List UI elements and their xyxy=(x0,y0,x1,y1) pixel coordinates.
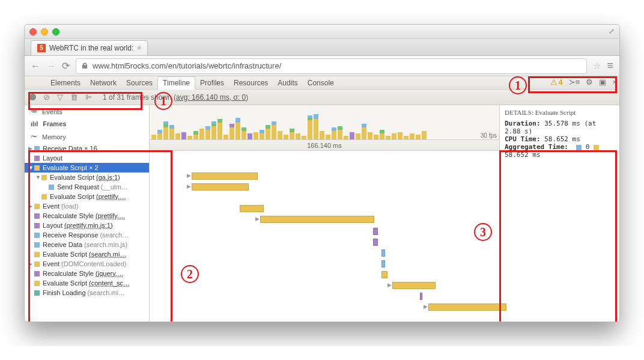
cputime-label: CPU Time: xyxy=(505,135,541,143)
record-list[interactable]: ▶Receive Data × 16Layout▼Evaluate Script… xyxy=(25,144,149,322)
overview-bar xyxy=(211,121,216,139)
record-color-chip xyxy=(34,271,40,276)
devtools-tab-resources[interactable]: Resources xyxy=(229,77,273,89)
flame-disclosure-icon[interactable]: ▶ xyxy=(255,216,260,222)
overview-bar xyxy=(229,124,234,139)
bookmark-icon[interactable]: ☆ xyxy=(593,61,601,72)
minimize-window-icon[interactable] xyxy=(41,28,48,35)
record-row[interactable]: ▼Evaluate Script × 2 xyxy=(25,163,149,172)
devtools-tabbar: ElementsNetworkSourcesTimelineProfilesRe… xyxy=(25,76,619,90)
flame-segment[interactable] xyxy=(392,282,436,289)
record-row[interactable]: Evaluate Script (prettify.… xyxy=(25,192,149,201)
record-row[interactable]: ▶Receive Data × 16 xyxy=(25,144,149,153)
overview-bar xyxy=(398,132,402,139)
record-color-chip xyxy=(34,261,40,267)
flame-chart[interactable]: ▶▶▶▶▶ xyxy=(150,151,499,322)
clear-icon[interactable]: ⊘ xyxy=(43,93,50,102)
garbage-icon[interactable]: 🗑 xyxy=(70,93,78,102)
overview-bar xyxy=(248,133,252,139)
close-devtools-icon[interactable]: × xyxy=(612,78,617,87)
flame-segment[interactable] xyxy=(428,304,506,311)
flame-segment[interactable] xyxy=(192,172,258,180)
filter-icon[interactable]: ▽ xyxy=(57,93,63,102)
back-icon[interactable]: ← xyxy=(31,61,40,72)
record-text: Event (DOMContentLoaded) xyxy=(43,260,126,267)
overview-chart[interactable]: 30 fps xyxy=(150,105,499,140)
record-color-chip xyxy=(34,156,40,161)
flame-segment[interactable] xyxy=(381,249,385,257)
overview-bar xyxy=(193,131,198,139)
overview-bar xyxy=(326,135,330,139)
overview-bar xyxy=(163,121,168,139)
devtools-tab-timeline[interactable]: Timeline xyxy=(157,76,195,90)
record-row[interactable]: Evaluate Script (content_sc… xyxy=(25,278,149,288)
browser-tab[interactable]: 5 WebRTC in the real world: × xyxy=(31,40,148,55)
record-row[interactable]: Layout xyxy=(25,153,149,163)
tab-title: WebRTC in the real world: xyxy=(49,44,133,52)
warning-badge[interactable]: ⚠4 xyxy=(550,78,563,87)
mode-events[interactable]: ≔Events xyxy=(25,105,149,118)
frames-view-icon[interactable]: ⊫ xyxy=(85,93,92,102)
chip1-value: 0 xyxy=(586,143,590,151)
overview-bar xyxy=(284,135,288,139)
devtools-tab-console[interactable]: Console xyxy=(303,77,339,89)
dock-icon[interactable]: ▣ xyxy=(599,78,606,87)
mode-frames[interactable]: ılılFrames xyxy=(25,118,149,130)
zoom-window-icon[interactable] xyxy=(52,28,59,35)
record-row[interactable]: Finish Loading (search.mi… xyxy=(25,288,149,297)
flame-segment[interactable] xyxy=(192,183,249,191)
flame-segment[interactable] xyxy=(260,216,374,223)
devtools-tab-profiles[interactable]: Profiles xyxy=(195,77,229,89)
flame-segment[interactable] xyxy=(381,271,387,278)
flame-segment[interactable] xyxy=(373,228,378,235)
devtools-tab-sources[interactable]: Sources xyxy=(121,77,157,89)
reload-icon[interactable]: ⟳ xyxy=(62,60,70,72)
devtools-tab-network[interactable]: Network xyxy=(85,77,121,89)
browser-tabstrip: 5 WebRTC in the real world: × xyxy=(25,39,619,56)
record-color-chip xyxy=(34,252,40,257)
record-icon[interactable] xyxy=(29,94,36,100)
flame-segment[interactable] xyxy=(373,239,378,246)
flame-disclosure-icon[interactable]: ▶ xyxy=(187,172,191,178)
record-color-chip xyxy=(34,290,40,296)
overview-bar xyxy=(175,133,180,139)
overview-bar xyxy=(205,126,210,139)
devtools-tab-audits[interactable]: Audits xyxy=(273,77,302,89)
fps-label: 30 fps xyxy=(481,132,497,139)
devtools-tab-elements[interactable]: Elements xyxy=(46,77,85,89)
record-text: Layout (prettify.min.js:1) xyxy=(43,222,113,229)
record-row[interactable]: ▶Event (load) xyxy=(25,201,149,211)
overview-bar xyxy=(332,127,336,139)
flame-disclosure-icon[interactable]: ▶ xyxy=(424,304,428,310)
flame-segment[interactable] xyxy=(240,205,264,212)
record-row[interactable]: Evaluate Script (search.mi… xyxy=(25,249,149,259)
record-row[interactable]: ▶Event (DOMContentLoaded) xyxy=(25,259,149,269)
record-row[interactable]: Receive Response (search… xyxy=(25,230,149,240)
overview-bar xyxy=(235,118,240,139)
flame-segment[interactable] xyxy=(381,260,385,267)
record-row[interactable]: Recalculate Style (jquery.… xyxy=(25,269,149,278)
record-row[interactable]: Receive Data (search.min.js) xyxy=(25,240,149,249)
overview-bar xyxy=(217,119,222,139)
overview-bar xyxy=(404,136,409,139)
record-color-chip xyxy=(41,194,47,200)
flame-disclosure-icon[interactable]: ▶ xyxy=(387,282,392,288)
close-window-icon[interactable] xyxy=(29,28,37,35)
overview-bar xyxy=(392,133,396,139)
record-row[interactable]: Layout (prettify.min.js:1) xyxy=(25,221,149,230)
record-row[interactable]: Recalculate Style (prettify.… xyxy=(25,211,149,221)
mode-memory[interactable]: 〜Memory xyxy=(25,130,149,144)
record-text: Receive Data (search.min.js) xyxy=(43,241,127,248)
forward-icon[interactable]: → xyxy=(46,61,56,72)
record-row[interactable]: Send Request (__utm… xyxy=(25,182,149,192)
address-bar[interactable]: 🔒︎ www.html5rocks.com/en/tutorials/webrt… xyxy=(76,58,587,74)
flame-segment[interactable] xyxy=(420,293,422,300)
flame-disclosure-icon[interactable]: ▶ xyxy=(187,183,191,189)
fullscreen-icon[interactable]: ⤢ xyxy=(609,27,615,35)
record-row[interactable]: ▼Evaluate Script (ga.js:1) xyxy=(25,172,149,182)
console-toggle-icon[interactable]: ≻≡ xyxy=(569,78,580,87)
close-tab-icon[interactable]: × xyxy=(137,44,141,52)
chrome-menu-icon[interactable]: ≡ xyxy=(607,59,613,72)
settings-gear-icon[interactable]: ⚙ xyxy=(586,78,593,87)
aggtime-label: Aggregated Time: xyxy=(505,143,568,151)
